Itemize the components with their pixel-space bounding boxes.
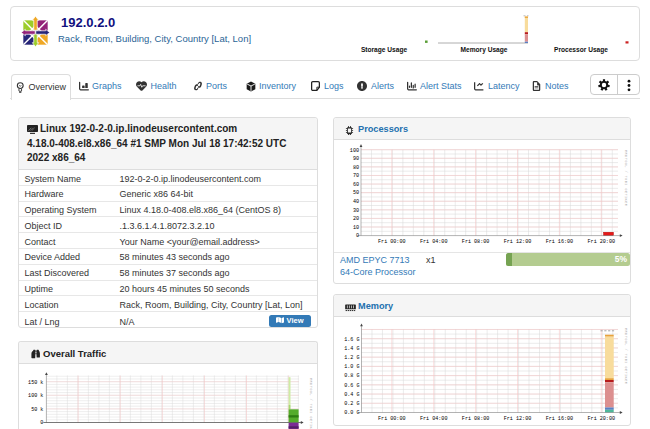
svg-text:Fri 16:00: Fri 16:00 (546, 239, 574, 245)
svg-text:80: 80 (353, 165, 359, 171)
svg-text:150 k: 150 k (28, 380, 43, 386)
svg-text:0.4 G: 0.4 G (344, 392, 359, 398)
svg-text:1.4 G: 1.4 G (344, 346, 359, 352)
svg-text:0.0 G: 0.0 G (344, 410, 359, 416)
svg-text:RRDTOOL / TOBI OETIKER: RRDTOOL / TOBI OETIKER (624, 150, 628, 207)
svg-text:Fri 08:00: Fri 08:00 (462, 239, 490, 245)
svg-text:0.2 G: 0.2 G (344, 401, 359, 407)
svg-text:Fri 12:00: Fri 12:00 (504, 239, 532, 245)
svg-text:Fri 16:00: Fri 16:00 (546, 416, 574, 422)
svg-text:RRDTOOL / TOBI OETIKER: RRDTOOL / TOBI OETIKER (624, 328, 628, 385)
svg-text:Fri 04:00: Fri 04:00 (420, 416, 448, 422)
svg-text:30: 30 (353, 208, 359, 214)
svg-text:10: 10 (353, 225, 359, 231)
svg-text:100 k: 100 k (28, 393, 43, 399)
svg-text:60: 60 (353, 182, 359, 188)
svg-text:100: 100 (350, 148, 359, 154)
svg-text:Fri 20:00: Fri 20:00 (588, 416, 616, 422)
svg-text:50: 50 (353, 190, 359, 196)
svg-text:RRDTOOL / TOBI OETIKER: RRDTOOL / TOBI OETIKER (309, 378, 313, 429)
svg-text:50 k: 50 k (31, 407, 43, 413)
svg-text:Fri 08:00: Fri 08:00 (462, 416, 490, 422)
svg-text:1.6 G: 1.6 G (344, 337, 359, 343)
svg-text:0: 0 (40, 420, 43, 426)
svg-text:Fri 04:00: Fri 04:00 (420, 239, 448, 245)
svg-text:Fri 20:00: Fri 20:00 (588, 239, 616, 245)
svg-text:Fri 00:00: Fri 00:00 (378, 416, 406, 422)
svg-text:0.6 G: 0.6 G (344, 383, 359, 389)
svg-text:1.2 G: 1.2 G (344, 355, 359, 361)
svg-text:0.8 G: 0.8 G (344, 373, 359, 379)
svg-text:70: 70 (353, 173, 359, 179)
svg-text:40: 40 (353, 199, 359, 205)
svg-text:Fri 00:00: Fri 00:00 (378, 239, 406, 245)
svg-text:20: 20 (353, 216, 359, 222)
svg-text:0: 0 (356, 233, 359, 239)
svg-text:Fri 12:00: Fri 12:00 (504, 416, 532, 422)
svg-text:1.0 G: 1.0 G (344, 364, 359, 370)
svg-text:90: 90 (353, 156, 359, 162)
